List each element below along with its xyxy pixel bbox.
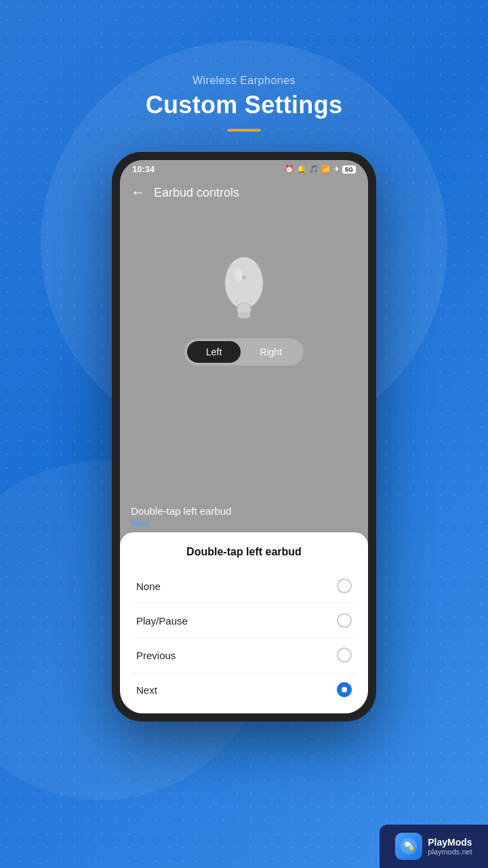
doubletap-section: Double-tap left earbud Next <box>120 497 368 532</box>
option-previous[interactable]: Previous <box>134 638 354 673</box>
bottom-sheet-title: Double-tap left earbud <box>134 546 354 558</box>
playmods-text: PlayMods playmods.net <box>428 837 472 856</box>
status-bar: 10:34 ⏰ 🔔 🎵 📶 ✈ 5G <box>120 160 368 177</box>
svg-point-4 <box>242 275 246 279</box>
alarm-icon: ⏰ <box>285 165 294 174</box>
header-title: Custom Settings <box>146 91 343 119</box>
doubletap-current-value: Next <box>131 518 357 528</box>
option-none[interactable]: None <box>134 569 354 604</box>
option-playpause-radio[interactable] <box>337 613 352 628</box>
option-next-radio[interactable] <box>337 682 352 697</box>
status-time: 10:34 <box>132 164 155 174</box>
lr-toggle[interactable]: Left Right <box>184 338 304 366</box>
battery-badge: 5G <box>342 165 356 174</box>
doubletap-title: Double-tap left earbud <box>131 505 357 517</box>
app-bar-title: Earbud controls <box>154 186 239 200</box>
left-button[interactable]: Left <box>187 341 241 363</box>
option-playpause[interactable]: Play/Pause <box>134 604 354 638</box>
status-icons: ⏰ 🔔 🎵 📶 ✈ 5G <box>285 165 356 174</box>
playmods-icon <box>395 833 422 860</box>
app-bar: ← Earbud controls <box>120 177 368 208</box>
earbud-image <box>190 222 298 330</box>
svg-point-2 <box>237 312 251 319</box>
option-next[interactable]: Next <box>134 673 354 707</box>
phone-frame: 10:34 ⏰ 🔔 🎵 📶 ✈ 5G ← Earbud controls <box>112 152 376 722</box>
earbud-display-area: Left Right <box>120 208 368 497</box>
option-none-label: None <box>136 580 161 592</box>
option-next-label: Next <box>136 684 157 696</box>
bell-icon: 🔔 <box>297 165 306 174</box>
phone-mockup: 10:34 ⏰ 🔔 🎵 📶 ✈ 5G ← Earbud controls <box>112 152 376 722</box>
back-icon[interactable]: ← <box>131 184 146 201</box>
option-previous-radio[interactable] <box>337 648 352 663</box>
playmods-url: playmods.net <box>428 848 472 856</box>
option-none-radio[interactable] <box>337 578 352 593</box>
option-previous-label: Previous <box>136 650 176 661</box>
airplane-icon: ✈ <box>333 165 340 174</box>
bluetooth-icon: 🎵 <box>309 165 319 174</box>
playmods-badge[interactable]: PlayMods playmods.net <box>380 825 488 868</box>
playmods-name: PlayMods <box>428 837 472 848</box>
option-playpause-label: Play/Pause <box>136 615 188 627</box>
header-underline <box>227 129 261 132</box>
right-button[interactable]: Right <box>241 341 301 363</box>
playmods-logo-svg <box>400 837 418 855</box>
header-subtitle: Wireless Earphones <box>146 75 343 87</box>
phone-screen: 10:34 ⏰ 🔔 🎵 📶 ✈ 5G ← Earbud controls <box>120 160 368 713</box>
bottom-sheet: Double-tap left earbud None Play/Pause P… <box>120 532 368 713</box>
page-header: Wireless Earphones Custom Settings <box>146 75 343 132</box>
svg-point-0 <box>225 257 263 309</box>
wifi-icon: 📶 <box>321 165 331 174</box>
